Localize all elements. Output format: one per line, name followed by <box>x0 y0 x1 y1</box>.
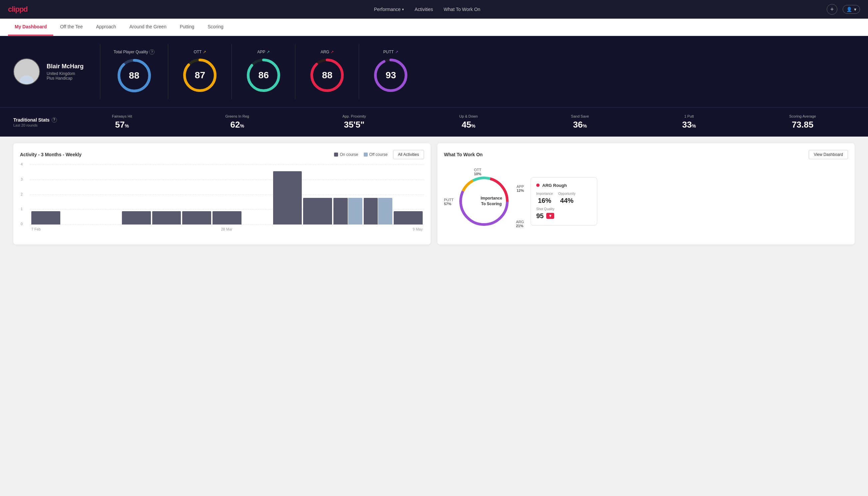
tab-putting[interactable]: Putting <box>173 19 201 36</box>
total-value: 88 <box>129 70 139 81</box>
bar-on-course <box>31 211 60 224</box>
player-details: Blair McHarg United Kingdom Plus Handica… <box>47 63 84 81</box>
arg-donut-label: ARG 21% <box>516 220 524 228</box>
help-icon[interactable]: ? <box>149 49 155 55</box>
dropdown-arrow: ▾ <box>854 7 856 12</box>
tab-approach[interactable]: Approach <box>89 19 123 36</box>
bar-group <box>394 211 423 224</box>
donut-section: ImportanceTo Scoring OTT 10% APP 12% ARG… <box>444 165 848 238</box>
app-donut-label: APP 12% <box>517 185 524 192</box>
tab-my-dashboard[interactable]: My Dashboard <box>8 19 53 36</box>
player-info: Blair McHarg United Kingdom Plus Handica… <box>13 58 86 85</box>
bar-on-course <box>122 211 151 224</box>
nav-performance[interactable]: Performance ▾ <box>374 7 404 12</box>
tabs-bar: My Dashboard Off the Tee Approach Around… <box>0 19 868 36</box>
nav-activities[interactable]: Activities <box>415 7 433 12</box>
chart-area: 4 3 2 1 0 7 Feb 28 Mar 9 May <box>20 165 424 231</box>
trad-label: Traditional Stats ? Last 20 rounds <box>13 117 60 127</box>
bar-on-course <box>212 211 241 224</box>
score-putt: PUTT ↗ 93 <box>359 44 422 99</box>
tab-scoring[interactable]: Scoring <box>201 19 230 36</box>
trad-updown: Up & Down 45% <box>459 114 478 130</box>
bar-on-course <box>364 198 378 224</box>
player-handicap: Plus Handicap <box>47 76 84 81</box>
score-app: APP ↗ 86 <box>232 44 296 99</box>
opportunity-metric: Opportunity 44% <box>558 192 575 204</box>
user-icon: 👤 <box>846 7 852 12</box>
trad-stats-subtitle: Last 20 rounds <box>13 123 60 127</box>
trad-items: Fairways Hit 57% Greens In Reg 62% App. … <box>73 114 855 130</box>
ott-arrow: ↗ <box>203 50 206 54</box>
putt-value: 93 <box>386 70 396 81</box>
trad-oneputt: 1 Putt 33% <box>682 114 696 130</box>
tab-around-the-green[interactable]: Around the Green <box>123 19 173 36</box>
wtwo-header: What To Work On View Dashboard <box>444 150 848 159</box>
view-dashboard-button[interactable]: View Dashboard <box>809 150 848 159</box>
putt-donut-label: PUTT 57% <box>444 198 454 206</box>
arg-arrow: ↗ <box>330 50 334 54</box>
all-activities-button[interactable]: All Activities <box>393 150 424 159</box>
bar-group <box>364 198 393 224</box>
bar-on-course <box>152 211 181 224</box>
activity-card: Activity - 3 Months - Weekly On course O… <box>13 143 431 245</box>
wtwo-title: What To Work On <box>444 152 483 157</box>
bar-on-course <box>394 211 423 224</box>
bar-on-course <box>182 211 211 224</box>
bar-on-course <box>303 198 332 224</box>
player-country: United Kingdom <box>47 71 84 76</box>
nav-what-to-work-on[interactable]: What To Work On <box>444 7 480 12</box>
player-name: Blair McHarg <box>47 63 84 70</box>
bar-group <box>333 198 362 224</box>
ott-label: OTT ↗ <box>193 50 206 54</box>
bar-on-course <box>333 198 348 224</box>
score-ott: OTT ↗ 87 <box>168 44 232 99</box>
app-arrow: ↗ <box>267 50 270 54</box>
avatar <box>13 58 40 85</box>
app-label: APP ↗ <box>257 50 270 54</box>
importance-metric: Importance 16% <box>536 192 553 204</box>
trad-stats: Traditional Stats ? Last 20 rounds Fairw… <box>0 107 868 137</box>
chart-legend: On course Off course <box>334 152 388 157</box>
trad-gir: Greens In Reg 62% <box>225 114 249 130</box>
trad-proximity: App. Proximity 35'5" <box>343 114 366 130</box>
arg-value: 88 <box>322 70 332 81</box>
score-arg: ARG ↗ 88 <box>296 44 359 99</box>
trad-fairways: Fairways Hit 57% <box>112 114 132 130</box>
bar-group <box>31 211 60 224</box>
ott-ring: 87 <box>182 57 218 94</box>
nav-links: Performance ▾ Activities What To Work On <box>374 7 480 12</box>
off-course-dot <box>364 153 368 157</box>
bar-group <box>212 211 241 224</box>
trad-scoring: Scoring Average 73.85 <box>789 114 816 130</box>
add-button[interactable]: + <box>827 4 837 15</box>
player-header: Blair McHarg United Kingdom Plus Handica… <box>0 36 868 107</box>
total-ring: 88 <box>116 57 153 94</box>
donut-wrapper: ImportanceTo Scoring OTT 10% APP 12% ARG… <box>444 165 524 238</box>
legend-off-course: Off course <box>364 152 388 157</box>
tab-off-the-tee[interactable]: Off the Tee <box>53 19 89 36</box>
wtwo-card: What To Work On View Dashboard Im <box>437 143 855 245</box>
trad-help-icon[interactable]: ? <box>52 117 57 123</box>
app-ring: 86 <box>245 57 282 94</box>
score-total: Total Player Quality ? 88 <box>100 44 168 99</box>
bar-group <box>182 211 211 224</box>
arg-label: ARG ↗ <box>320 50 334 54</box>
putt-arrow: ↗ <box>395 50 398 54</box>
shot-quality-value: 95 <box>536 212 543 220</box>
bar-off-course <box>378 198 392 224</box>
info-dot <box>536 184 540 187</box>
putt-ring: 93 <box>373 57 409 94</box>
logo: clippd <box>8 5 28 14</box>
bar-group <box>303 198 332 224</box>
ott-donut-label: OTT 10% <box>474 168 481 176</box>
info-card: ARG Rough Importance 16% Opportunity 44%… <box>531 177 597 226</box>
user-menu[interactable]: 👤 ▾ <box>843 5 860 14</box>
x-labels: 7 Feb 28 Mar 9 May <box>30 227 424 231</box>
shot-quality-row: 95 ▼ <box>536 212 591 220</box>
lower-section: Activity - 3 Months - Weekly On course O… <box>0 137 868 251</box>
bar-off-course <box>348 198 362 224</box>
donut-center: ImportanceTo Scoring <box>480 196 502 207</box>
bar-on-course <box>273 171 302 224</box>
bar-group <box>152 211 181 224</box>
nav-right: + 👤 ▾ <box>827 4 860 15</box>
